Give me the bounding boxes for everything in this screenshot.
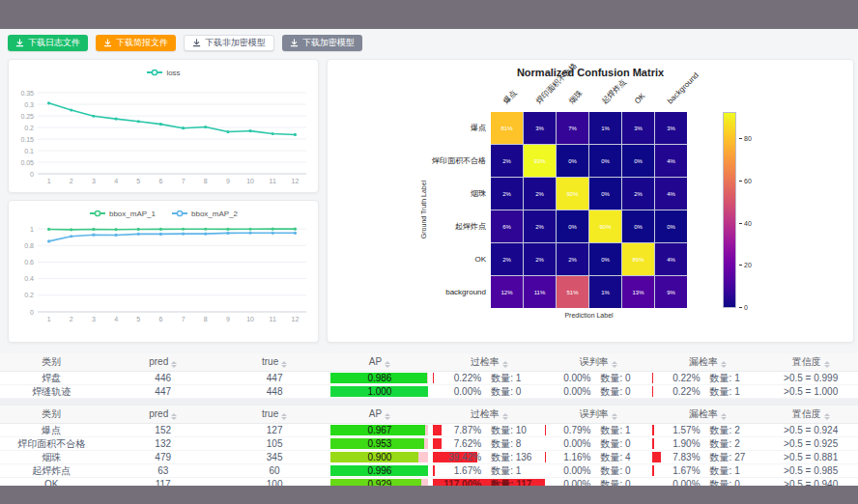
rate-text: 0.00%数量: 0 xyxy=(433,385,544,398)
rate-text: 1.67%数量: 1 xyxy=(433,464,544,477)
col-header-over-detection-rate[interactable]: 过检率 xyxy=(433,353,544,372)
svg-text:0.1: 0.1 xyxy=(24,148,34,154)
rate-count: 数量: 2 xyxy=(710,437,764,450)
col-header-misjudge-rate[interactable]: 误判率 xyxy=(545,353,652,372)
svg-text:12: 12 xyxy=(292,178,300,184)
true-cell: 127 xyxy=(223,424,327,437)
svg-text:5: 5 xyxy=(136,178,140,184)
rate-count: 数量: 0 xyxy=(600,437,651,450)
rate-count: 数量: 0 xyxy=(600,385,651,398)
matrix-cell: 2% xyxy=(491,178,523,210)
legend-item-loss[interactable]: loss xyxy=(146,68,180,77)
confidence-cell: >0.5 = 0.881 xyxy=(763,451,858,464)
svg-text:0.3: 0.3 xyxy=(24,101,34,108)
miss-rate-cell: 7.83%数量: 27 xyxy=(652,451,763,464)
col-header-label: 类别 xyxy=(42,356,61,367)
svg-text:0.05: 0.05 xyxy=(20,159,34,166)
col-header-pred[interactable]: pred xyxy=(103,353,223,372)
miss-rate-cell: 1.57%数量: 2 xyxy=(652,424,763,437)
misjudge-rate-cell: 0.00%数量: 0 xyxy=(545,464,652,478)
training-dashboard-screen: 下载日志文件下载简报文件下载非加密模型下载加密模型 loss 00.050.10… xyxy=(0,0,858,504)
rate-text: 1.67%数量: 1 xyxy=(652,464,763,477)
metrics-table-1: 类别predtrueAP过检率误判率漏检率置信度焊盘4464470.9860.2… xyxy=(0,353,858,399)
misjudge-rate-cell: 0.79%数量: 1 xyxy=(545,424,652,437)
matrix-col-label-3: 起焊炸点 xyxy=(600,77,629,106)
svg-text:0.2: 0.2 xyxy=(24,125,34,131)
col-header-pred[interactable]: pred xyxy=(103,406,223,424)
col-header-label: pred xyxy=(149,408,168,419)
svg-text:11: 11 xyxy=(270,316,276,322)
desktop-background-bottom xyxy=(0,486,858,504)
matrix-cell: 51% xyxy=(557,276,588,308)
matrix-cell: 93% xyxy=(524,145,556,177)
colorbar-tick: 20 xyxy=(739,262,752,269)
miss-rate-cell: 0.22%数量: 1 xyxy=(652,385,763,399)
col-header-true[interactable]: true xyxy=(223,406,327,424)
col-header-miss-rate[interactable]: 漏检率 xyxy=(652,406,763,424)
matrix-cell: 11% xyxy=(524,276,556,308)
col-header-over-detection-rate[interactable]: 过检率 xyxy=(433,406,544,424)
col-header-misjudge-rate[interactable]: 误判率 xyxy=(545,406,652,424)
sort-caret-icon xyxy=(385,413,390,420)
col-header-confidence[interactable]: 置信度 xyxy=(763,406,858,424)
svg-text:8: 8 xyxy=(204,316,208,322)
svg-text:3: 3 xyxy=(92,178,96,184)
rate-text: 0.00%数量: 0 xyxy=(545,437,652,450)
rate-value: 1.16% xyxy=(545,451,591,463)
svg-text:0.15: 0.15 xyxy=(20,136,34,143)
rate-count: 数量: 0 xyxy=(600,372,651,384)
rate-text: 0.22%数量: 1 xyxy=(652,372,763,384)
download-unencrypted-model-button[interactable]: 下载非加密模型 xyxy=(184,35,274,51)
col-header-ap[interactable]: AP xyxy=(326,353,433,372)
sort-caret-icon xyxy=(171,413,177,420)
matrix-cell: 89% xyxy=(622,243,654,275)
legend-item-bbox_mAP_1[interactable]: bbox_mAP_1 xyxy=(89,209,156,218)
category-cell: 焊缝轨迹 xyxy=(0,385,103,399)
col-header-confidence[interactable]: 置信度 xyxy=(763,353,858,372)
sort-caret-icon xyxy=(281,361,287,368)
rate-value: 0.00% xyxy=(545,385,591,398)
rate-value: 0.22% xyxy=(652,385,701,398)
matrix-cell: 2% xyxy=(491,243,523,275)
matrix-cell: 4% xyxy=(655,243,687,275)
pred-cell: 63 xyxy=(103,464,223,478)
rate-count: 数量: 2 xyxy=(710,424,764,436)
download-icon xyxy=(192,39,201,47)
line-charts-column: loss 00.050.10.150.20.250.30.35123456789… xyxy=(8,59,319,343)
sort-caret-icon xyxy=(281,413,287,420)
rate-value: 7.83% xyxy=(652,451,701,463)
download-icon xyxy=(103,39,112,47)
ap-cell: 0.986 xyxy=(326,372,433,385)
legend-marker-icon xyxy=(146,68,163,77)
download-report-file-button[interactable]: 下载简报文件 xyxy=(96,35,176,51)
pred-cell: 152 xyxy=(103,424,223,437)
colorbar xyxy=(723,112,736,308)
ap-value: 0.996 xyxy=(330,465,428,476)
matrix-cell: 3% xyxy=(655,112,687,144)
rate-count: 数量: 4 xyxy=(600,451,651,463)
svg-text:0.35: 0.35 xyxy=(20,90,34,97)
matrix-cell: 6% xyxy=(491,210,523,242)
download-log-file-button[interactable]: 下载日志文件 xyxy=(8,35,88,51)
col-header-miss-rate[interactable]: 漏检率 xyxy=(652,353,763,372)
over-rate-cell: 0.22%数量: 1 xyxy=(433,372,544,385)
colorbar-tick: 60 xyxy=(739,178,752,185)
col-header-category: 类别 xyxy=(0,353,103,372)
over-rate-cell: 39.42%数量: 136 xyxy=(433,451,544,464)
download-encrypted-model-button[interactable]: 下载加密模型 xyxy=(282,35,362,51)
ap-bar-track: 0.986 xyxy=(330,373,428,383)
col-header-label: AP xyxy=(369,408,382,419)
col-header-ap[interactable]: AP xyxy=(326,406,433,424)
pred-cell: 479 xyxy=(103,451,223,464)
col-header-true[interactable]: true xyxy=(223,353,327,372)
category-cell: 起焊炸点 xyxy=(0,464,103,478)
svg-text:0.8: 0.8 xyxy=(24,242,34,249)
matrix-cell: 4% xyxy=(655,145,687,177)
rate-text: 0.00%数量: 0 xyxy=(545,372,652,384)
col-header-label: pred xyxy=(149,356,168,367)
matrix-cell: 2% xyxy=(557,243,588,275)
legend-item-bbox_mAP_2[interactable]: bbox_mAP_2 xyxy=(171,209,238,218)
matrix-cell: 0% xyxy=(557,145,588,177)
confidence-cell: >0.5 = 0.924 xyxy=(763,424,858,437)
svg-text:11: 11 xyxy=(270,178,276,184)
